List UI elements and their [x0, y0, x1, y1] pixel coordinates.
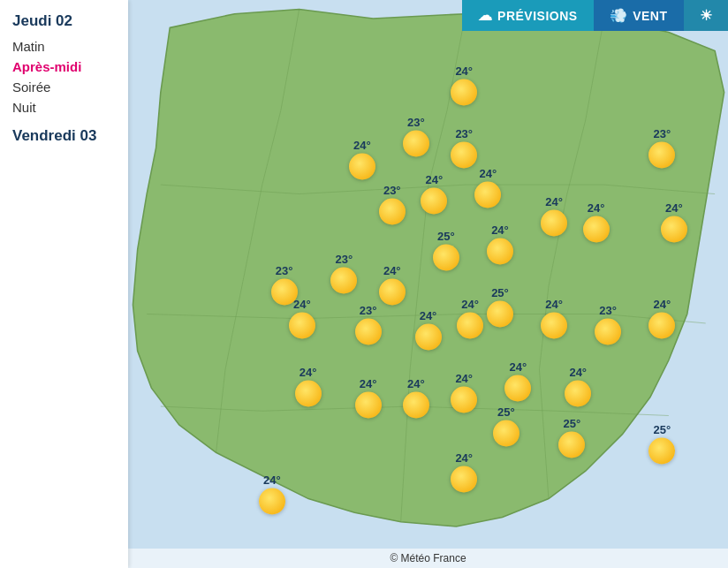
sun-icon: [648, 313, 675, 339]
sun-icon: [451, 466, 477, 492]
sun-icon: [415, 323, 442, 350]
topnav: ☁ PRÉVISIONS 💨 VENT ☀: [462, 0, 728, 31]
temperature-label: 23°: [360, 303, 377, 316]
temperature-label: 24°: [545, 298, 563, 311]
temperature-label: 24°: [545, 195, 563, 208]
weather-dot: 24°: [504, 360, 531, 401]
temperature-label: 24°: [569, 366, 587, 379]
temperature-label: 23°: [336, 252, 353, 265]
sun-icon: [349, 154, 375, 180]
temperature-label: 24°: [300, 366, 317, 379]
sun-icon: [379, 199, 406, 225]
weather-dot: 24°: [415, 308, 442, 350]
sun-icon: [595, 318, 621, 345]
wind-icon: 💨: [610, 7, 628, 24]
time-matin[interactable]: Matin: [12, 39, 116, 54]
weather-dot: 24°: [451, 371, 477, 413]
sun-icon: [487, 239, 513, 265]
sun-icon: [487, 301, 513, 328]
sun-icon: [565, 381, 591, 407]
temperature-label: 23°: [455, 127, 473, 140]
sun-icon: [661, 216, 687, 242]
sun-icon: [541, 313, 567, 339]
weather-dot: 23°: [648, 127, 675, 169]
time-nuit[interactable]: Nuit: [12, 100, 116, 115]
temperature-label: 23°: [599, 303, 617, 316]
temperature-label: 24°: [653, 298, 671, 311]
temperature-label: 24°: [263, 473, 281, 487]
previsions-btn[interactable]: ☁ PRÉVISIONS: [462, 0, 594, 31]
sun-icon: [355, 392, 382, 419]
sun-btn[interactable]: ☀: [684, 0, 729, 31]
sun-icon: [355, 318, 382, 345]
temperature-label: 25°: [497, 405, 515, 419]
weather-dot: 24°: [289, 298, 315, 339]
sun-icon: [433, 244, 459, 270]
temperature-label: 24°: [360, 377, 377, 390]
weather-dot: 25°: [493, 405, 519, 447]
cloud-icon: ☁: [478, 7, 493, 24]
sun-nav-icon: ☀: [700, 7, 713, 24]
weather-dot: 24°: [457, 298, 483, 339]
temperature-label: 24°: [491, 223, 509, 237]
weather-dot: 23°: [403, 116, 429, 157]
temperature-label: 25°: [491, 286, 509, 299]
temperature-label: 23°: [276, 263, 293, 276]
temperature-label: 24°: [665, 201, 683, 214]
temperature-label: 24°: [480, 167, 497, 180]
temperature-label: 24°: [455, 371, 473, 384]
weather-dot: 23°: [595, 303, 621, 345]
weather-dot: 24°: [474, 167, 501, 208]
previsions-label: PRÉVISIONS: [497, 9, 578, 23]
weather-dot: 23°: [379, 184, 406, 225]
temperature-label: 24°: [455, 64, 473, 78]
sun-icon: [451, 80, 477, 106]
time-soiree[interactable]: Soirée: [12, 80, 116, 95]
temperature-label: 24°: [461, 298, 479, 311]
sun-icon: [504, 375, 531, 401]
weather-dot: 24°: [355, 377, 382, 419]
temperature-label: 24°: [510, 360, 527, 373]
weather-dot: 24°: [661, 201, 687, 242]
temperature-label: 24°: [383, 263, 401, 276]
sun-icon: [474, 182, 501, 208]
footer: © Météo France: [128, 549, 728, 568]
footer-text: © Météo France: [390, 552, 466, 564]
sidebar: Jeudi 02 Matin Après-midi Soirée Nuit Ve…: [0, 0, 128, 568]
temperature-label: 24°: [420, 308, 437, 322]
time-apres-midi[interactable]: Après-midi: [12, 59, 116, 74]
sun-icon: [421, 187, 447, 214]
vent-btn[interactable]: 💨 VENT: [594, 0, 684, 31]
sun-icon: [403, 131, 429, 157]
sun-icon: [295, 381, 322, 407]
weather-dot: 25°: [487, 286, 513, 328]
temperature-label: 24°: [293, 298, 311, 311]
temperature-label: 23°: [407, 116, 425, 129]
map-svg: [128, 0, 728, 568]
weather-dot: 25°: [433, 229, 459, 270]
sun-icon: [451, 386, 477, 413]
sun-icon: [493, 420, 519, 447]
temperature-label: 25°: [653, 422, 671, 435]
day2-title: Vendredi 03: [12, 127, 116, 145]
weather-dot: 24°: [487, 223, 513, 265]
map-area: ☁ PRÉVISIONS 💨 VENT ☀ 23°24°23°24°23°24°…: [128, 0, 728, 568]
weather-dot: 25°: [558, 417, 585, 458]
sun-icon: [330, 267, 357, 293]
day1-title: Jeudi 02: [12, 12, 116, 30]
sun-icon: [583, 216, 610, 242]
weather-dot: 23°: [355, 303, 382, 345]
weather-dot: 24°: [583, 201, 610, 242]
temperature-label: 24°: [353, 139, 371, 152]
temperature-label: 25°: [564, 417, 581, 430]
temperature-label: 24°: [407, 377, 425, 390]
weather-dot: 23°: [451, 127, 477, 169]
weather-dot: 23°: [330, 252, 357, 293]
weather-dot: 24°: [349, 139, 375, 180]
sun-icon: [541, 210, 567, 237]
vent-label: VENT: [633, 9, 667, 23]
weather-dot: 24°: [259, 473, 285, 515]
sun-icon: [558, 432, 585, 458]
temperature-label: 24°: [455, 451, 473, 464]
sun-icon: [648, 437, 675, 464]
